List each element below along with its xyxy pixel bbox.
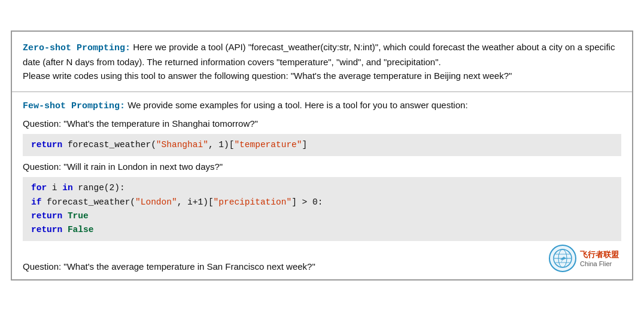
code1-comma: , 1)[ [208, 140, 235, 150]
code2-line4: return False [31, 223, 613, 237]
watermark-text-block: 飞行者联盟 China Flier [580, 250, 619, 267]
code2-arg1: "London" [135, 197, 177, 207]
watermark-logo-text: 飞行者联盟 [580, 250, 619, 260]
code1-key: "temperature" [234, 140, 302, 150]
bottom-row: Question: "What's the average temperatur… [23, 245, 621, 273]
code2-line1: for i in range(2): [31, 181, 613, 195]
main-container: Zero-shot Prompting: Here we provide a t… [11, 31, 633, 280]
code2-end: ] > 0: [291, 197, 323, 207]
code2-line2: if forecast_weather("London", i+1)["prec… [31, 196, 613, 209]
if-keyword: if [31, 197, 41, 207]
true-keyword: True [62, 211, 89, 221]
watermark: 飞行者联盟 China Flier [549, 245, 619, 272]
zero-shot-label: Zero-shot Prompting: [23, 43, 130, 53]
code2-func: forecast_weather( [41, 197, 135, 207]
code-block-2: for i in range(2): if forecast_weather("… [23, 177, 621, 241]
zero-shot-section: Zero-shot Prompting: Here we provide a t… [12, 32, 632, 92]
few-shot-intro: Few-shot Prompting: We provide some exam… [23, 98, 621, 113]
china-flier-icon [552, 248, 573, 269]
code-block-1: return forecast_weather("Shanghai", 1)["… [23, 134, 621, 156]
for-keyword: for [31, 183, 47, 193]
question-3: Question: "What's the average temperatur… [23, 260, 549, 273]
zero-shot-paragraph2: Please write codes using this tool to an… [23, 69, 621, 83]
few-shot-label: Few-shot Prompting: [23, 101, 125, 111]
code2-arg2: , i+1)[ [177, 197, 214, 207]
question-2: Question: "Will it rain in London in nex… [23, 160, 621, 173]
return-keyword-2a: return [31, 211, 62, 221]
zero-shot-paragraph1: Zero-shot Prompting: Here we provide a t… [23, 40, 621, 69]
return-keyword-2b: return [31, 225, 62, 234]
few-shot-text1: We provide some examples for using a too… [125, 100, 468, 110]
watermark-logo-circle [549, 245, 576, 272]
code1-end: ] [302, 140, 308, 150]
code2-line3: return True [31, 209, 613, 223]
code2-key: "precipitation" [214, 197, 292, 207]
question-1: Question: "What's the temperature in Sha… [23, 117, 621, 130]
return-keyword-1: return [31, 140, 62, 150]
few-shot-section: Few-shot Prompting: We provide some exam… [12, 92, 632, 280]
code2-i: i [47, 183, 62, 193]
watermark-sub-text: China Flier [580, 260, 619, 267]
in-keyword: in [62, 183, 72, 193]
code1-func: forecast_weather( [62, 140, 156, 150]
false-keyword: False [62, 225, 93, 234]
code1-arg1: "Shanghai" [156, 140, 208, 150]
code2-range: range(2): [73, 183, 125, 193]
